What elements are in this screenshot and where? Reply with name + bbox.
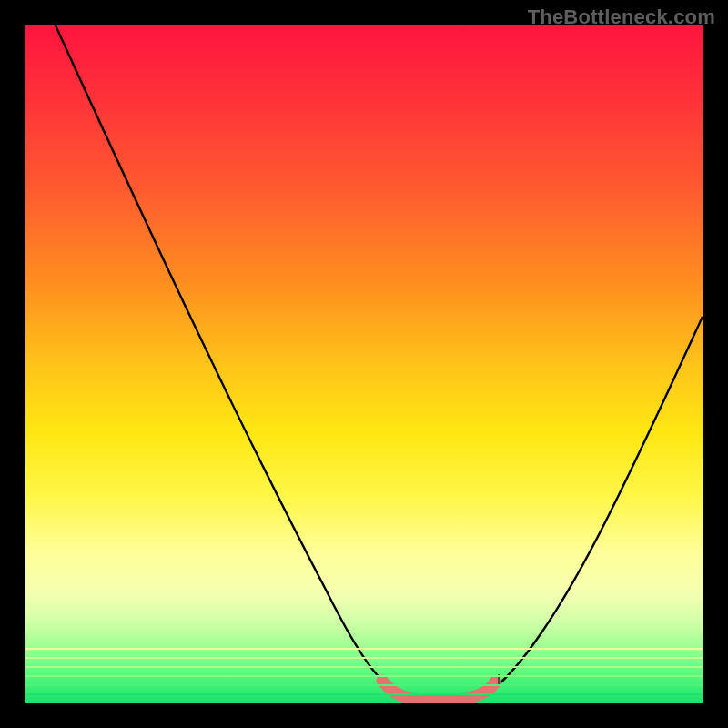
chart-frame: TheBottleneck.com <box>0 0 728 728</box>
band-line <box>25 675 703 677</box>
band-line <box>25 684 703 686</box>
band-line <box>25 693 703 695</box>
endpoint-dot <box>489 676 501 689</box>
band-line <box>25 657 703 659</box>
curve-layer <box>25 25 703 703</box>
plot-area <box>25 25 703 703</box>
band-line <box>25 666 703 668</box>
bottleneck-curve <box>56 25 703 701</box>
band-line <box>25 648 703 650</box>
